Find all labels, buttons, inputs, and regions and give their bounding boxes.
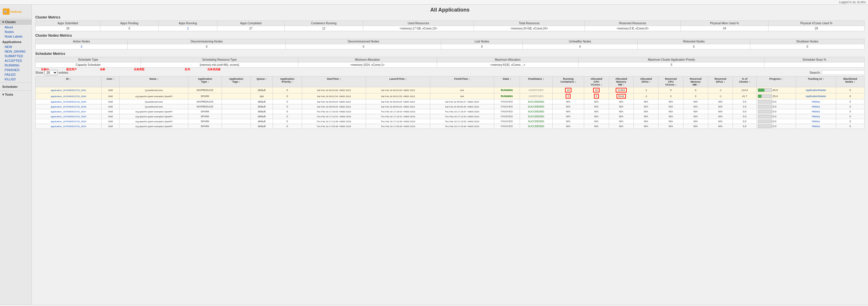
tracking-link[interactable]: History — [812, 125, 820, 128]
td-name: org.apache.spark.examples.SparkPi — [120, 114, 188, 119]
top-bar: Logged in as: dr.who — [0, 0, 868, 5]
th-final[interactable]: FinalStatus ↕ — [520, 76, 552, 87]
app-id-link[interactable]: application_1676450522732_0024 — [51, 125, 86, 128]
td-launch: Sat Feb 18 09:02:09 +0800 2023 — [366, 87, 430, 93]
cm-link-running[interactable]: 2 — [187, 27, 189, 30]
th-queue[interactable]: Queue ↕ — [251, 76, 273, 87]
search-input[interactable] — [822, 70, 865, 75]
td-res-cpu: N/A — [658, 114, 683, 119]
th-start[interactable]: StartTime ↕ — [302, 76, 366, 87]
th-alloc-gpu[interactable]: AllocatedGPUs ↕ — [633, 76, 658, 87]
app-id-link[interactable]: application_1676450522732_0030 — [51, 95, 86, 98]
sidebar-item-about[interactable]: About — [0, 25, 32, 30]
app-id-link[interactable]: application_1676450522732_0028 — [51, 105, 86, 108]
tracking-link[interactable]: History — [812, 120, 820, 123]
td-id: application_1676450522732_0025 — [36, 119, 101, 124]
td-state: FINISHED — [494, 99, 520, 104]
td-blacklisted: 0 — [836, 109, 864, 114]
sidebar-section-scheduler: Scheduler — [0, 84, 32, 89]
th-app-tags[interactable]: ApplicationTags ↕ — [222, 76, 251, 87]
td-final: SUCCEEDED — [520, 119, 552, 124]
th-finish[interactable]: FinishTime ↕ — [430, 76, 494, 87]
sidebar-item-node-labels[interactable]: Node Labels — [0, 34, 32, 39]
th-res-gpu[interactable]: ReservedGPUs ↕ — [708, 76, 733, 87]
td-res-mem: 0 — [683, 93, 708, 99]
sidebar-item-submitted[interactable]: SUBMITTED — [0, 54, 32, 58]
app-id-link[interactable]: application_1676450522732_0027 — [51, 110, 86, 113]
td-tags — [222, 114, 251, 119]
th-res-mem[interactable]: ReservedMemoryMB ↕ — [683, 76, 708, 87]
sidebar-item-failed[interactable]: FAILED — [0, 72, 32, 77]
th-user[interactable]: User ↕ — [101, 76, 120, 87]
td-res-gpu: N/A — [708, 109, 733, 114]
tracking-link[interactable]: ApplicationMaster — [806, 95, 826, 98]
th-launch[interactable]: LaunchTime ↕ — [366, 76, 430, 87]
th-alloc-cpu[interactable]: AllocatedCPUVCores ↕ — [584, 76, 609, 87]
th-res-cpu[interactable]: ReservedCPUVCores ↕ — [658, 76, 683, 87]
tracking-link[interactable]: History — [812, 110, 820, 113]
th-tracking[interactable]: Tracking UI ↕ — [796, 76, 836, 87]
td-finish: N/A — [430, 87, 494, 93]
th-blacklisted[interactable]: BlacklistedNodes ↕ — [836, 76, 864, 87]
tracking-link[interactable]: History — [812, 100, 820, 103]
td-app-type: MAPREDUCE — [188, 104, 222, 109]
td-name: QuasiMonteCarlo — [120, 87, 188, 93]
th-state[interactable]: State ↕ — [494, 76, 520, 87]
sidebar-item-killed[interactable]: KILLED — [0, 77, 32, 81]
cm-val-phys-mem: 34 — [681, 26, 769, 31]
tracking-link[interactable]: ApplicationMaster — [806, 89, 826, 92]
td-alloc-mem: 11264 — [609, 87, 633, 93]
hadoop-logo-icon: 🐘 hadoop — [2, 7, 26, 15]
th-progress[interactable]: Progress ↕ — [756, 76, 796, 87]
sidebar-scheduler-header[interactable]: Scheduler — [0, 84, 32, 89]
th-app-type[interactable]: ApplicationType ↕ — [188, 76, 222, 87]
td-progress: 0.0 — [756, 114, 796, 119]
th-running-containers[interactable]: RunningContainers ↕ — [552, 76, 584, 87]
td-tags — [222, 124, 251, 129]
apps-table-container: 任务ID 提交用户 名称 任务类型 队列 任务优先级 ID ↕ User ↕ N… — [35, 76, 865, 129]
td-tracking: History — [796, 124, 836, 129]
cm-val-total: <memory:24 GB, vCores:24> — [474, 26, 585, 31]
sm-val-busy — [765, 62, 865, 68]
th-priority[interactable]: ApplicationPriority ↕ — [273, 76, 302, 87]
td-priority: 0 — [273, 124, 302, 129]
td-res-cpu: N/A — [658, 119, 683, 124]
th-name[interactable]: Name ↕ — [120, 76, 188, 87]
sidebar-item-new[interactable]: NEW — [0, 44, 32, 49]
td-alloc-mem: N/A — [609, 109, 633, 114]
tracking-link[interactable]: History — [812, 115, 820, 118]
td-user: root — [101, 119, 120, 124]
td-pct-cluster: 0.0 — [733, 99, 756, 104]
app-id-link[interactable]: application_1676450522732_0029 — [51, 101, 86, 103]
td-id: application_1676450522732_0024 — [36, 124, 101, 129]
td-start: Sat Feb 18 09:01:54 +0800 2023 — [302, 93, 366, 99]
app-id-link[interactable]: application_1676450522732_0031 — [51, 89, 86, 92]
td-progress: 0.0 — [756, 119, 796, 124]
td-alloc-mem: N/A — [609, 119, 633, 124]
th-id[interactable]: ID ↕ — [36, 76, 101, 87]
sidebar-cluster-header[interactable]: ▾ Cluster — [0, 20, 32, 25]
app-id-link[interactable]: application_1676450522732_0026 — [51, 115, 86, 118]
td-start: Thu Feb 16 17:09:56 +0800 2023 — [302, 124, 366, 129]
td-blacklisted: 0 — [836, 124, 864, 129]
cm-val-completed: 27 — [217, 26, 285, 31]
sidebar-tools-header[interactable]: ▾ Tools — [0, 92, 32, 97]
sidebar-item-accepted[interactable]: ACCEPTED — [0, 58, 32, 63]
td-res-mem: N/A — [683, 119, 708, 124]
tracking-link[interactable]: History — [812, 105, 820, 108]
td-res-mem: N/A — [683, 109, 708, 114]
th-alloc-mem[interactable]: AllocatedMemoryMB ↕ — [609, 76, 633, 87]
td-priority: 0 — [273, 119, 302, 124]
td-finish: N/A — [430, 93, 494, 99]
sidebar-item-running[interactable]: RUNNING — [0, 63, 32, 68]
app-id-link[interactable]: application_1676450522732_0025 — [51, 120, 86, 123]
td-alloc-cpu: N/A — [584, 124, 609, 129]
th-pct-cluster[interactable]: % ofCluster ↕ — [733, 76, 756, 87]
td-pct-cluster: 0.0 — [733, 124, 756, 129]
cluster-nodes-metrics-section: Cluster Nodes Metrics Active Nodes Decom… — [35, 34, 865, 49]
cn-link-active[interactable]: 3 — [81, 45, 83, 48]
sidebar-item-nodes[interactable]: Nodes — [0, 30, 32, 34]
sidebar-item-finished[interactable]: FINISHED — [0, 68, 32, 72]
td-user: root — [101, 124, 120, 129]
sidebar-item-new-saving[interactable]: NEW_SAVING — [0, 49, 32, 54]
